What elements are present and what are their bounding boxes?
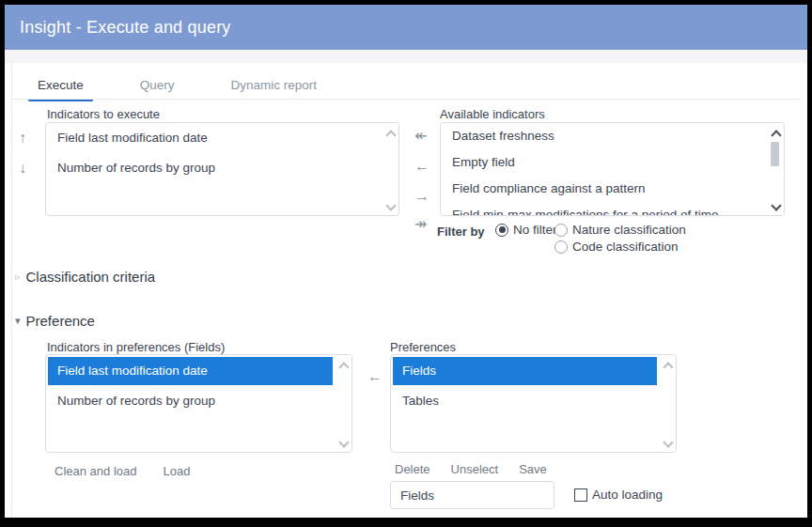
preferences-label: Preferences [390, 340, 456, 354]
move-all-right-icon[interactable]: ↠ [414, 217, 427, 232]
scrollbar[interactable] [335, 355, 351, 452]
collapsed-triangle-icon[interactable]: ▹ [15, 271, 21, 282]
scrollbar[interactable] [767, 123, 784, 215]
radio-label[interactable]: No filter [513, 223, 557, 237]
tab-execute[interactable]: Execute [28, 74, 93, 99]
tab-divider [11, 99, 801, 100]
move-right-icon[interactable]: → [414, 189, 429, 204]
scroll-down-icon[interactable] [664, 439, 671, 446]
indicators-to-execute-list[interactable]: Field last modification date Number of r… [45, 122, 399, 216]
scrollbar-thumb[interactable] [771, 142, 779, 166]
scroll-down-icon[interactable] [772, 202, 779, 209]
checkbox-icon[interactable] [574, 488, 587, 502]
panel-left-border [11, 61, 12, 518]
move-up-icon[interactable]: ↑ [19, 131, 26, 146]
radio-no-filter[interactable]: No filter [495, 223, 557, 237]
available-indicators-list[interactable]: Dataset freshness Empty field Field comp… [440, 122, 785, 216]
radio-icon[interactable] [495, 224, 508, 237]
tab-bar: Execute Query Dynamic report [28, 74, 326, 99]
list-item[interactable]: Field min-max modifications for a period… [441, 202, 767, 215]
titlebar-gap [5, 50, 807, 63]
preference-name-input[interactable] [390, 481, 554, 509]
right-list-actions: Delete Unselect Save [395, 462, 547, 476]
window-titlebar: Insight - Execute and query [5, 5, 807, 50]
list-item[interactable]: Number of records by group [46, 385, 335, 415]
radio-nature-classification[interactable]: Nature classification [554, 223, 686, 237]
list-item[interactable]: Field last modification date [46, 123, 382, 153]
scrollbar[interactable] [382, 123, 398, 215]
auto-loading-label[interactable]: Auto loading [592, 488, 663, 502]
radio-label[interactable]: Code classification [572, 240, 679, 254]
window-title: Insight - Execute and query [20, 18, 231, 38]
move-down-icon[interactable]: ↓ [19, 161, 26, 176]
preferences-list[interactable]: Fields Tables [390, 354, 677, 453]
indicators-in-preferences-list[interactable]: Field last modification date Number of r… [45, 354, 352, 453]
unselect-button[interactable]: Unselect [451, 462, 499, 476]
section-title[interactable]: Preference [26, 313, 95, 329]
scroll-up-icon[interactable] [772, 129, 779, 136]
scroll-up-icon[interactable] [386, 129, 394, 136]
move-left-icon[interactable]: ← [414, 159, 429, 174]
radio-icon[interactable] [554, 224, 568, 237]
clean-and-load-button[interactable]: Clean and load [55, 464, 136, 478]
list-item[interactable]: Number of records by group [46, 153, 382, 183]
window-body: Insight - Execute and query Execute Quer… [5, 5, 807, 518]
list-item-selected[interactable]: Field last modification date [48, 357, 333, 385]
load-button[interactable]: Load [163, 464, 190, 478]
filter-by-label: Filter by [437, 225, 485, 239]
left-list-actions: Clean and load Load [55, 464, 190, 478]
scrollbar[interactable] [659, 355, 676, 452]
radio-label[interactable]: Nature classification [572, 223, 686, 237]
section-classification-criteria[interactable]: ▹ Classification criteria [15, 269, 155, 285]
move-all-left-icon[interactable]: ↞ [414, 129, 427, 144]
list-item[interactable]: Field compliance against a pattern [441, 176, 767, 202]
indicators-to-execute-label: Indicators to execute [47, 107, 160, 121]
window-frame: Insight - Execute and query Execute Quer… [0, 0, 812, 527]
delete-button[interactable]: Delete [395, 462, 430, 476]
expanded-triangle-icon[interactable]: ▾ [15, 316, 21, 326]
list-item[interactable]: Tables [391, 385, 659, 415]
scroll-up-icon[interactable] [664, 361, 671, 368]
list-item[interactable]: Dataset freshness [441, 123, 767, 149]
scroll-up-icon[interactable] [339, 361, 347, 368]
scroll-down-icon[interactable] [339, 439, 347, 446]
section-title[interactable]: Classification criteria [26, 269, 156, 285]
indicators-in-preferences-label: Indicators in preferences (Fields) [47, 340, 225, 354]
radio-icon[interactable] [554, 240, 568, 254]
radio-code-classification[interactable]: Code classification [554, 240, 679, 254]
auto-loading-checkbox-row[interactable]: Auto loading [574, 488, 663, 502]
section-preference[interactable]: ▾ Preference [15, 313, 95, 329]
list-item-selected[interactable]: Fields [393, 357, 657, 385]
list-item[interactable]: Empty field [441, 149, 767, 176]
tab-query[interactable]: Query [131, 74, 184, 99]
save-button[interactable]: Save [519, 462, 547, 476]
tab-dynamic-report[interactable]: Dynamic report [222, 74, 327, 99]
scroll-down-icon[interactable] [386, 202, 394, 209]
available-indicators-label: Available indicators [440, 107, 545, 121]
move-left-icon[interactable]: ← [367, 369, 383, 384]
